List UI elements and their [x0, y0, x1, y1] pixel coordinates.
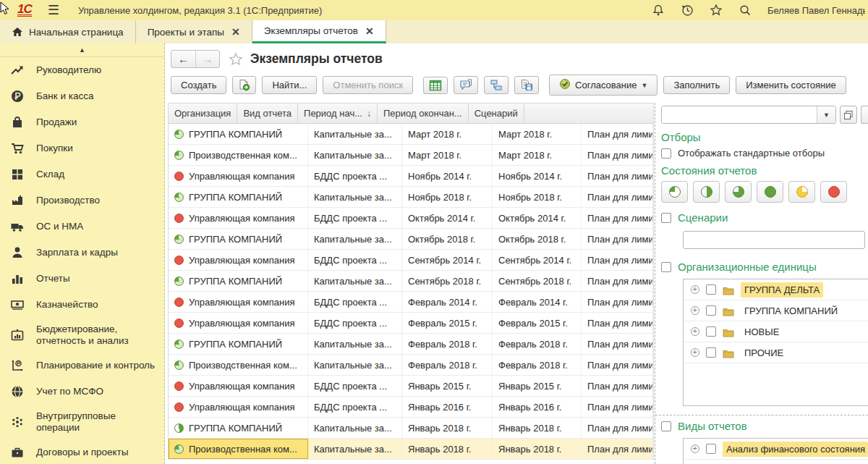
org-unit-row[interactable]: НОВЫЕ	[684, 321, 868, 342]
fill-button[interactable]: Заполнить	[663, 76, 730, 94]
favorites-star-icon[interactable]	[710, 4, 723, 17]
cell-scenario[interactable]: План для лимит.	[582, 292, 653, 312]
clipped-toolbar-button[interactable]	[861, 106, 868, 124]
cell-scenario[interactable]: План для лимит.	[582, 145, 653, 165]
sidebar-collapse-button[interactable]: ▲	[0, 43, 164, 57]
cell-period-start[interactable]: Март 2018 г.	[402, 124, 493, 144]
cell-period-start[interactable]: Октябрь 2018 г.	[402, 229, 493, 249]
table-row[interactable]: Производственная ком... Капитальные за..…	[169, 439, 653, 460]
report-types-checkbox[interactable]	[661, 421, 671, 431]
expand-icon[interactable]	[691, 444, 699, 453]
cell-period-start[interactable]: Февраль 2018 г.	[402, 355, 493, 375]
tab-close-icon[interactable]: ✕	[365, 25, 374, 37]
cell-organization[interactable]: ГРУППА КОМПАНИЙ	[169, 418, 308, 438]
column-header[interactable]: Организация ↓	[169, 104, 237, 123]
table-row[interactable]: ГРУППА КОМПАНИЙ Капитальные за... Октябр…	[169, 229, 653, 250]
org-units-checkbox[interactable]	[661, 262, 671, 272]
table-row[interactable]: Управляющая компания БДДС проекта ... Фе…	[169, 313, 653, 334]
cell-organization[interactable]: ГРУППА КОМПАНИЙ	[169, 124, 308, 144]
cancel-search-button[interactable]: Отменить поиск	[323, 76, 413, 94]
cell-organization[interactable]: ГРУППА КОМПАНИЙ	[169, 229, 308, 249]
show-standard-filters-checkbox[interactable]	[661, 148, 671, 159]
cell-period-start[interactable]: Январь 2018 г.	[402, 418, 493, 438]
cell-scenario[interactable]: План для лимит.	[582, 355, 653, 375]
cell-scenario[interactable]: План для лимит.	[582, 124, 653, 144]
filter-search-input[interactable]	[662, 106, 817, 123]
org-unit-checkbox[interactable]	[706, 284, 716, 295]
find-button[interactable]: Найти...	[262, 76, 317, 94]
table-row[interactable]: ГРУППА КОМПАНИЙ Капитальные за... Феврал…	[169, 334, 653, 355]
cell-period-start[interactable]: Февраль 2015 г.	[402, 313, 493, 333]
org-unit-checkbox[interactable]	[706, 305, 716, 316]
cell-period-end[interactable]: Октябрь 2014 г.	[493, 208, 582, 228]
cell-report-type[interactable]: БДДС проекта ...	[308, 166, 402, 186]
expand-icon[interactable]	[691, 306, 699, 315]
cell-period-end[interactable]: Февраль 2018 г.	[493, 334, 582, 354]
cell-period-end[interactable]: Январь 2015 г.	[493, 376, 582, 396]
sidebar-item[interactable]: Зарплата и кадры	[0, 240, 164, 266]
cell-period-start[interactable]: Март 2018 г.	[402, 145, 493, 165]
cell-period-end[interactable]: Февраль 2015 г.	[493, 313, 582, 333]
cell-report-type[interactable]: Капитальные за...	[308, 271, 402, 291]
report-type-row[interactable]: Архив	[684, 460, 868, 464]
sidebar-item[interactable]: Руководителю	[0, 57, 164, 83]
cell-report-type[interactable]: Капитальные за...	[308, 334, 402, 354]
expand-icon[interactable]	[691, 327, 699, 336]
cell-period-end[interactable]: Сентябрь 2014 г.	[493, 250, 582, 270]
cell-period-start[interactable]: Февраль 2018 г.	[402, 334, 493, 354]
cell-period-start[interactable]: Январь 2015 г.	[402, 376, 493, 396]
cell-organization[interactable]: ГРУППА КОМПАНИЙ	[169, 187, 308, 207]
search-icon[interactable]	[739, 4, 752, 17]
cell-period-end[interactable]: Октябрь 2018 г.	[493, 229, 582, 249]
cell-period-end[interactable]: Январь 2018 г.	[493, 439, 582, 459]
column-header[interactable]: Сценарий ↓	[469, 104, 524, 123]
pivot-table-icon-button[interactable]	[423, 77, 448, 94]
cell-scenario[interactable]: План для лимит.	[582, 250, 653, 270]
cell-scenario[interactable]: План для лимит.	[582, 208, 653, 228]
scenarios-checkbox[interactable]	[661, 213, 671, 223]
save-report-icon-button[interactable]	[514, 76, 539, 94]
column-header[interactable]: Период нач... ↓	[298, 104, 378, 123]
cell-organization[interactable]: Производственная ком...	[169, 145, 308, 165]
org-unit-row[interactable]: ПРОЧИЕ	[684, 342, 868, 363]
sidebar-item[interactable]: Отчеты	[0, 266, 164, 292]
tab-close-icon[interactable]: ✕	[231, 26, 240, 38]
create-by-copy-icon-button[interactable]	[232, 76, 256, 94]
cell-period-start[interactable]: Январь 2016 г.	[402, 397, 493, 417]
cell-period-end[interactable]: Январь 2018 г.	[493, 418, 582, 438]
table-row[interactable]: Управляющая компания БДДС проекта ... Ок…	[169, 208, 653, 229]
cell-report-type[interactable]: Капитальные за...	[308, 229, 402, 249]
forward-button[interactable]: →	[195, 51, 219, 67]
cell-report-type[interactable]: Капитальные за...	[308, 418, 402, 438]
report-state-filter-button[interactable]	[757, 181, 783, 203]
table-row[interactable]: ГРУППА КОМПАНИЙ Капитальные за... Март 2…	[169, 124, 653, 145]
cell-period-end[interactable]: Март 2018 г.	[493, 124, 582, 144]
tab[interactable]: Экземпляры отчетов ✕	[252, 20, 386, 43]
cell-organization[interactable]: ГРУППА КОМПАНИЙ	[169, 271, 308, 291]
cell-report-type[interactable]: БДДС проекта ...	[308, 250, 402, 270]
tab[interactable]: Начальная страница ✕	[0, 20, 136, 43]
report-state-filter-button[interactable]	[725, 181, 752, 203]
sidebar-item[interactable]: ОС и НМА	[0, 214, 164, 240]
structure-icon-button[interactable]	[484, 76, 509, 94]
sidebar-item[interactable]: Планирование и контроль	[0, 353, 164, 379]
table-row[interactable]: Производственная ком... Капитальные за..…	[169, 145, 653, 166]
back-button[interactable]: ←	[171, 51, 195, 67]
cell-period-end[interactable]: Февраль 2018 г.	[493, 355, 582, 375]
cell-period-start[interactable]: Ноябрь 2014 г.	[402, 166, 493, 186]
table-row[interactable]: Управляющая компания БДДС проекта ... Фе…	[169, 292, 653, 313]
expand-icon[interactable]	[691, 285, 699, 294]
sidebar-item[interactable]: Договоры и проекты	[0, 439, 164, 464]
cell-organization[interactable]: ГРУППА КОМПАНИЙ	[169, 334, 308, 354]
cell-period-end[interactable]: Февраль 2014 г.	[493, 292, 582, 312]
sidebar-item[interactable]: Бюджетирование, отчетность и анализ	[0, 318, 164, 353]
report-state-filter-button[interactable]	[820, 181, 847, 203]
table-row[interactable]: Управляющая компания БДДС проекта ... Но…	[169, 166, 653, 187]
cell-scenario[interactable]: План для лимит.	[582, 166, 653, 186]
cell-report-type[interactable]: Капитальные за...	[308, 355, 402, 375]
choose-from-list-icon-button[interactable]	[840, 106, 857, 124]
cell-report-type[interactable]: БДДС проекта ...	[308, 208, 402, 228]
table-row[interactable]: Управляющая компания БДДС проекта ... Ян…	[169, 397, 653, 418]
cell-report-type[interactable]: Капитальные за...	[308, 439, 402, 459]
cell-scenario[interactable]: План для лимит.	[582, 376, 653, 396]
